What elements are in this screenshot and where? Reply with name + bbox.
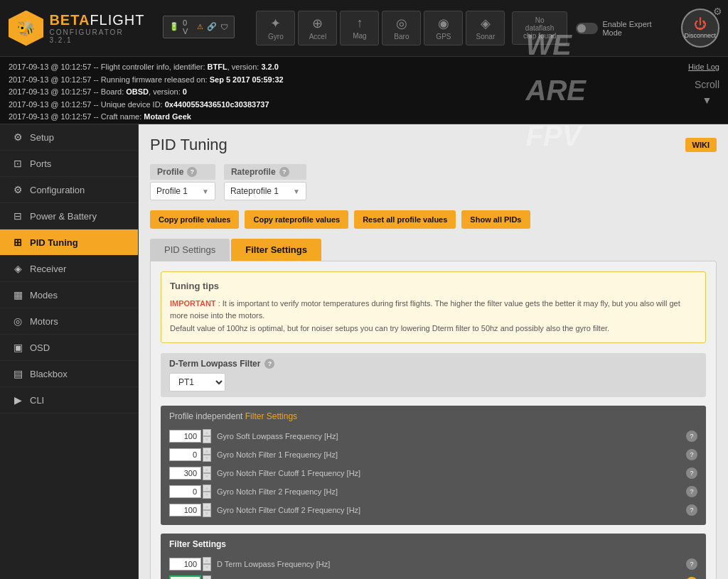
- sidebar-item-power-battery[interactable]: ⊟ Power & Battery: [0, 203, 138, 229]
- toggle-switch[interactable]: [576, 23, 599, 34]
- tab-filter-settings[interactable]: Filter Settings: [231, 239, 321, 261]
- gyro-notch2-freq-spinner[interactable]: ▲ ▼: [203, 485, 211, 499]
- rateprofile-arrow-icon: ▼: [293, 188, 300, 195]
- dterm-notch-freq-help[interactable]: ?: [686, 577, 697, 579]
- dterm-lowpass-freq-input[interactable]: [169, 558, 201, 570]
- gyro-notch2-freq-input[interactable]: [169, 485, 201, 498]
- dterm-notch-freq-spinner[interactable]: ▲ ▼: [203, 575, 211, 579]
- pid-icon: ⊞: [11, 237, 24, 248]
- page-title: PID Tuning: [150, 136, 228, 154]
- dterm-notch-freq-input[interactable]: [169, 575, 201, 579]
- nav-mag[interactable]: ↑ Mag: [340, 11, 379, 45]
- page-header: PID Tuning WIKI: [150, 136, 717, 154]
- dterm-lowpass-freq-help[interactable]: ?: [686, 558, 697, 570]
- gyro-notch2-freq-help[interactable]: ?: [686, 486, 697, 497]
- gyro-soft-lowpass-spinner[interactable]: ▲ ▼: [203, 429, 211, 443]
- motors-icon: ◎: [11, 315, 24, 327]
- sidebar-item-modes[interactable]: ▦ Modes: [0, 282, 138, 308]
- fs-section-title: Filter Settings: [169, 539, 697, 549]
- gyro-notch1-freq-help[interactable]: ?: [686, 449, 697, 460]
- wiki-button[interactable]: WIKI: [685, 138, 717, 152]
- gyro-notch2-cutoff-spinner[interactable]: ▲ ▼: [203, 503, 211, 517]
- gyro-notch1-freq-spinner[interactable]: ▲ ▼: [203, 448, 211, 462]
- nav-gps[interactable]: ◉ GPS: [424, 11, 463, 45]
- gyro-notch1-cutoff-spinner[interactable]: ▲ ▼: [203, 466, 211, 480]
- sidebar-item-pid-tuning[interactable]: ⊞ PID Tuning: [0, 229, 138, 256]
- reset-profile-btn[interactable]: Reset all profile values: [354, 210, 456, 229]
- logo-text: BETAFLIGHT CONFIGURATOR 3.2.1: [49, 12, 149, 44]
- dterm-lowpass-select[interactable]: PT1 BiQuad: [169, 373, 225, 391]
- spin-down-4[interactable]: ▼: [203, 492, 211, 499]
- gyro-notch2-cutoff-input[interactable]: [169, 504, 201, 516]
- dterm-info-icon[interactable]: ?: [264, 359, 274, 369]
- sidebar-item-receiver[interactable]: ◈ Receiver: [0, 256, 138, 282]
- sidebar-label-receiver: Receiver: [30, 264, 66, 274]
- pi-filter-section: Profile independent Filter Settings ▲ ▼ …: [161, 406, 706, 525]
- show-pids-btn[interactable]: Show all PIDs: [461, 210, 530, 229]
- nav-gps-label: GPS: [436, 33, 451, 40]
- gyro-notch1-freq-row: ▲ ▼ Gyro Notch Filter 1 Frequency [Hz] ?: [169, 445, 697, 464]
- spin-up-1[interactable]: ▲: [203, 429, 211, 436]
- spin-down-1[interactable]: ▼: [203, 436, 211, 443]
- logo-title: BETAFLIGHT: [49, 12, 149, 28]
- copy-rateprofile-btn[interactable]: Copy rateprofile values: [245, 210, 348, 229]
- sidebar-item-blackbox[interactable]: ▤ Blackbox: [0, 361, 138, 387]
- gyro-notch2-cutoff-help[interactable]: ?: [686, 504, 697, 516]
- log-line-4: 2017-09-13 @ 10:12:57 -- Unique device I…: [9, 99, 719, 112]
- nav-baro[interactable]: ◎ Baro: [382, 11, 421, 45]
- sidebar-item-motors[interactable]: ◎ Motors: [0, 308, 138, 335]
- spin-down-6[interactable]: ▼: [203, 564, 211, 571]
- spin-up-2[interactable]: ▲: [203, 448, 211, 455]
- sidebar-item-osd[interactable]: ▣ OSD: [0, 335, 138, 361]
- hide-log-button[interactable]: Hide Log: [688, 61, 719, 74]
- logo-subtitle: CONFIGURATOR 3.2.1: [49, 28, 149, 44]
- profile-info-icon[interactable]: ?: [187, 167, 197, 177]
- gyro-notch1-cutoff-help[interactable]: ?: [686, 467, 697, 479]
- spin-up-5[interactable]: ▲: [203, 503, 211, 510]
- rateprofile-select[interactable]: Rateprofile 1 ▼: [224, 182, 306, 200]
- spin-down-5[interactable]: ▼: [203, 510, 211, 517]
- log-line-3: 2017-09-13 @ 10:12:57 -- Board: OBSD, ve…: [9, 86, 719, 99]
- scroll-label: Scroll: [695, 77, 719, 92]
- warn-icon: ⚠: [197, 23, 203, 31]
- copy-profile-btn[interactable]: Copy profile values: [150, 210, 239, 229]
- mag-icon: ↑: [356, 16, 363, 31]
- dterm-lowpass-freq-label: D Term Lowpass Frequency [Hz]: [217, 560, 680, 568]
- settings-icon[interactable]: ⚙: [713, 6, 722, 17]
- gyro-soft-lowpass-help[interactable]: ?: [686, 431, 697, 442]
- gps-icon: ◉: [438, 16, 449, 31]
- expert-mode-toggle[interactable]: Enable Expert Mode: [576, 20, 673, 37]
- spin-up-4[interactable]: ▲: [203, 485, 211, 492]
- tab-pid-settings[interactable]: PID Settings: [150, 239, 230, 261]
- nav-accel[interactable]: ⊕ Accel: [298, 11, 337, 45]
- battery-sidebar-icon: ⊟: [11, 210, 24, 222]
- rateprofile-info-icon[interactable]: ?: [279, 167, 289, 177]
- action-buttons: Copy profile values Copy rateprofile val…: [150, 210, 717, 229]
- spin-down-3[interactable]: ▼: [203, 473, 211, 480]
- dterm-lowpass-freq-spinner[interactable]: ▲ ▼: [203, 557, 211, 571]
- disconnect-icon: ⏻: [694, 17, 707, 32]
- gyro-notch2-freq-row: ▲ ▼ Gyro Notch Filter 2 Frequency [Hz] ?: [169, 482, 697, 501]
- sidebar-item-ports[interactable]: ⊡ Ports: [0, 151, 138, 177]
- profile-row: Profile ? Profile 1 ▼ Rateprofile ? Rate…: [150, 164, 717, 200]
- gyro-notch1-freq-input[interactable]: [169, 448, 201, 461]
- profile-select[interactable]: Profile 1 ▼: [150, 182, 215, 200]
- spin-down-2[interactable]: ▼: [203, 455, 211, 462]
- spin-up-7[interactable]: ▲: [203, 575, 211, 579]
- scroll-button[interactable]: Scroll ▼: [695, 77, 719, 109]
- log-controls: Hide Log Scroll ▼: [688, 61, 719, 108]
- sidebar-item-configuration[interactable]: ⚙ Configuration: [0, 177, 138, 203]
- tuning-tips-title: Tuning tips: [170, 279, 697, 294]
- toggle-knob: [577, 24, 586, 33]
- fs-filter-section: Filter Settings ▲ ▼ D Term Lowpass Frequ…: [161, 534, 706, 579]
- nav-sonar[interactable]: ◈ Sonar: [466, 11, 505, 45]
- sidebar-item-setup[interactable]: ⚙ Setup: [0, 124, 138, 151]
- nav-gyro[interactable]: ✦ Gyro: [256, 11, 295, 45]
- sidebar-label-ports: Ports: [30, 158, 51, 169]
- gyro-notch1-cutoff-input[interactable]: [169, 467, 201, 480]
- gyro-soft-lowpass-input[interactable]: [169, 430, 201, 443]
- spin-up-6[interactable]: ▲: [203, 557, 211, 564]
- sidebar-item-cli[interactable]: ▶ CLI: [0, 387, 138, 413]
- spin-up-3[interactable]: ▲: [203, 466, 211, 473]
- log-line-5: 2017-09-13 @ 10:12:57 -- Craft name: Mot…: [9, 111, 719, 124]
